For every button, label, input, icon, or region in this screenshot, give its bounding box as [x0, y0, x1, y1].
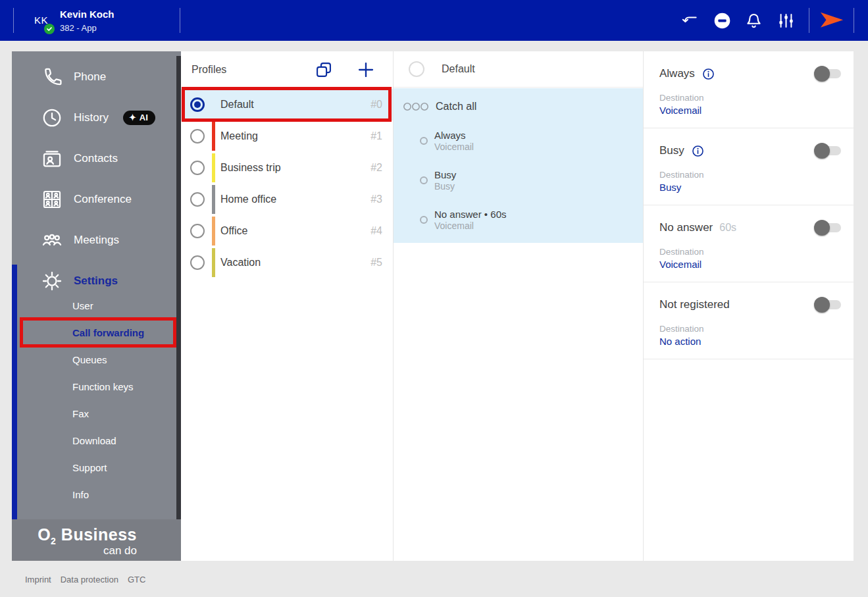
sidebar-item-meetings[interactable]: Meetings [12, 220, 176, 261]
catch-all-panel: Catch all Always Voicemail Busy Busy [394, 88, 643, 243]
destination-link[interactable]: Busy [659, 182, 841, 193]
footer-link-imprint[interactable]: Imprint [25, 575, 51, 584]
sidebar-nav: Phone History ✦AI Contacts [12, 57, 176, 508]
rule-dot-icon [420, 216, 428, 224]
profile-list: Default #0 Meeting #1 Business trip #2 H… [181, 89, 393, 278]
radio-icon[interactable] [190, 192, 205, 207]
sidebar-item-conference[interactable]: Conference [12, 179, 176, 220]
rule-dot-icon [420, 176, 428, 184]
footer-link-gtc[interactable]: GTC [128, 575, 145, 584]
radio-icon[interactable] [190, 255, 205, 270]
destination-link[interactable]: Voicemail [659, 259, 841, 270]
sidebar-item-label: Phone [74, 70, 106, 84]
conference-grid-icon [41, 188, 63, 211]
copy-profile-icon[interactable] [315, 61, 333, 79]
topbar-divider [13, 8, 14, 33]
sidebar-scrollbar[interactable] [176, 56, 181, 519]
toggle-not-registered[interactable] [816, 300, 841, 309]
subnav-item-support[interactable]: Support [12, 454, 176, 481]
rule-row-always[interactable]: Always Voicemail [394, 125, 643, 157]
subnav-item-info[interactable]: Info [12, 481, 176, 508]
radio-faint-icon[interactable] [409, 61, 424, 77]
profiles-header: Profiles [181, 51, 393, 88]
rules-header-row[interactable]: Default [394, 51, 643, 88]
do-not-disturb-icon[interactable] [713, 12, 731, 30]
ai-badge: ✦AI [123, 111, 155, 125]
radio-selected-icon[interactable] [190, 97, 205, 112]
radio-icon[interactable] [190, 161, 205, 175]
topbar-divider [180, 8, 180, 33]
meetings-people-icon [41, 229, 63, 251]
phone-icon [41, 66, 63, 88]
profile-color-bar [212, 122, 215, 151]
profiles-title: Profiles [191, 64, 226, 76]
subnav-item-fax[interactable]: Fax [12, 400, 176, 427]
sidebar-item-history[interactable]: History ✦AI [12, 97, 176, 138]
footer-links: Imprint Data protection GTC [25, 575, 145, 584]
profile-row-office[interactable]: Office #4 [181, 215, 393, 247]
sidebar-item-label: Meetings [74, 234, 119, 247]
app-window: KK Kevin Koch 382 - App [0, 0, 868, 597]
profile-row-vacation[interactable]: Vacation #5 [181, 247, 393, 278]
gear-icon [41, 270, 63, 292]
presence-online-icon [44, 24, 55, 34]
toggle-always[interactable] [816, 69, 841, 78]
info-icon[interactable] [702, 67, 715, 81]
forwarding-rules-panel: Default Catch all Always Voicemail [393, 51, 643, 561]
section-busy: Busy Destination Busy [644, 128, 854, 205]
sidebar-item-label: Conference [74, 193, 132, 206]
contacts-card-icon [41, 147, 63, 170]
settings-sliders-icon[interactable] [777, 12, 795, 30]
info-icon[interactable] [691, 144, 705, 158]
toggle-busy[interactable] [816, 146, 841, 155]
brand-logo-block: O2 Business can do [12, 519, 181, 561]
radio-icon[interactable] [190, 129, 205, 143]
sidebar: Phone History ✦AI Contacts [12, 51, 181, 561]
section-no-answer: No answer 60s Destination Voicemail [644, 205, 854, 282]
call-forward-icon[interactable] [680, 12, 698, 30]
footer-link-data-protection[interactable]: Data protection [61, 575, 118, 584]
profile-row-business-trip[interactable]: Business trip #2 [181, 152, 393, 184]
subnav-item-download[interactable]: Download [12, 427, 176, 454]
subnav-item-user[interactable]: User [12, 292, 176, 319]
history-clock-icon [41, 107, 63, 129]
sidebar-item-phone[interactable]: Phone [12, 57, 176, 97]
toggle-no-answer[interactable] [816, 223, 841, 232]
sidebar-item-label: Settings [74, 274, 118, 288]
catch-all-row[interactable]: Catch all [394, 93, 643, 120]
sparkle-icon: ✦ [129, 113, 136, 122]
profile-row-default[interactable]: Default #0 [181, 89, 393, 120]
sidebar-item-label: History [74, 111, 109, 124]
brand-arrow-logo-icon [819, 11, 844, 30]
add-profile-icon[interactable] [357, 61, 375, 79]
profile-color-bar [212, 217, 215, 246]
profiles-panel: Profiles Default #0 [181, 51, 393, 561]
destination-link[interactable]: No action [659, 336, 841, 347]
rule-row-no-answer[interactable]: No answer • 60s Voicemail [394, 204, 643, 236]
section-always: Always Destination Voicemail [644, 51, 854, 128]
profile-row-meeting[interactable]: Meeting #1 [181, 120, 393, 152]
profile-color-bar [212, 185, 215, 214]
topbar-divider [854, 8, 854, 33]
user-extension: 382 - App [60, 23, 97, 33]
subnav-item-function-keys[interactable]: Function keys [12, 373, 176, 400]
profile-color-bar [212, 153, 215, 182]
sidebar-item-label: Contacts [74, 152, 118, 165]
profile-row-home-office[interactable]: Home office #3 [181, 184, 393, 215]
o2-business-logo: O2 Business can do [38, 525, 137, 558]
settings-subnav: User Call forwarding Queues Function key… [12, 292, 176, 508]
forwarding-details-panel: Always Destination Voicemail Busy [643, 51, 854, 561]
rule-dot-icon [420, 137, 428, 145]
rule-row-busy[interactable]: Busy Busy [394, 165, 643, 196]
topbar-divider [809, 8, 809, 33]
profile-color-bar [212, 248, 215, 277]
destination-link[interactable]: Voicemail [659, 105, 841, 116]
subnav-item-call-forwarding[interactable]: Call forwarding [12, 319, 176, 346]
topbar: KK Kevin Koch 382 - App [0, 0, 868, 41]
notifications-bell-icon[interactable] [745, 12, 763, 30]
radio-icon[interactable] [190, 224, 205, 238]
sidebar-item-contacts[interactable]: Contacts [12, 138, 176, 179]
subnav-item-queues[interactable]: Queues [12, 346, 176, 373]
chain-links-icon [403, 102, 429, 111]
user-name: Kevin Koch [60, 9, 115, 20]
